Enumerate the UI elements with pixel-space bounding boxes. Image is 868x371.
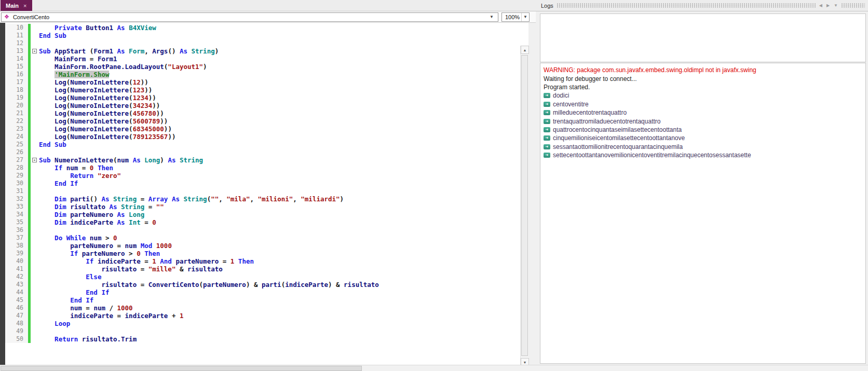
panel-splitter[interactable] xyxy=(528,23,538,365)
code-text: Sub NumeroInLettere(num As Long) As Stri… xyxy=(39,156,520,164)
code-line[interactable]: 19 Log(NumeroInLettere(1234)) xyxy=(5,94,520,102)
code-editor[interactable]: 10 Private Button1 As B4XView11End Sub12… xyxy=(0,23,528,365)
change-indicator xyxy=(28,257,31,265)
code-line[interactable]: 32 Dim parti() As String = Array As Stri… xyxy=(5,195,520,203)
code-line[interactable]: 11End Sub xyxy=(5,32,520,39)
scrollbar-thumb[interactable] xyxy=(521,55,528,356)
code-line[interactable]: 38 parteNumero = num Mod 1000 xyxy=(5,242,520,250)
change-indicator xyxy=(28,172,31,180)
minus-box-icon[interactable]: - xyxy=(32,158,37,162)
fold-gutter xyxy=(31,102,39,109)
code-line[interactable]: 22 Log(NumeroInLettere(5600789)) xyxy=(5,117,520,125)
code-line[interactable]: 49 xyxy=(5,327,520,335)
log-entry-icon: ➜ xyxy=(544,119,550,124)
zoom-combobox[interactable]: 100% ▼ xyxy=(501,12,530,22)
code-text: End If xyxy=(39,296,520,304)
code-line[interactable]: 45 End If xyxy=(5,296,520,304)
log-entry: WARNING: package com.sun.javafx.embed.sw… xyxy=(544,66,862,74)
chevron-down-icon[interactable]: ▼ xyxy=(488,15,495,19)
code-line[interactable]: 33 Dim risultato As String = "" xyxy=(5,203,520,211)
close-icon[interactable]: × xyxy=(23,3,26,9)
tab-main[interactable]: Main × xyxy=(1,0,32,11)
code-line[interactable]: 50 Return risultato.Trim xyxy=(5,335,520,343)
chevron-down-icon[interactable]: ▼ xyxy=(521,13,529,21)
line-number: 17 xyxy=(5,78,28,86)
code-line[interactable]: 10 Private Button1 As B4XView xyxy=(5,24,520,32)
fold-gutter xyxy=(31,312,39,320)
code-line[interactable]: 21 Log(NumeroInLettere(456780)) xyxy=(5,109,520,117)
fold-collapse-icon[interactable]: - xyxy=(31,47,39,55)
code-line[interactable]: 14 MainForm = Form1 xyxy=(5,55,520,63)
code-line[interactable]: 42 Else xyxy=(5,273,520,281)
code-line[interactable]: 20 Log(NumeroInLettere(34234)) xyxy=(5,102,520,109)
change-indicator xyxy=(28,211,31,218)
log-output[interactable]: WARNING: package com.sun.javafx.embed.sw… xyxy=(540,63,866,364)
log-entry: Program started. xyxy=(544,83,862,91)
code-line[interactable]: 25End Sub xyxy=(5,141,520,148)
code-line[interactable]: 48 Loop xyxy=(5,320,520,327)
change-indicator xyxy=(28,55,31,63)
code-line[interactable]: 44 End If xyxy=(5,288,520,296)
fold-gutter xyxy=(31,63,39,71)
code-line[interactable]: 34 Dim parteNumero As Long xyxy=(5,211,520,218)
line-number: 32 xyxy=(5,195,28,203)
code-line[interactable]: 26 xyxy=(5,148,520,156)
fold-collapse-icon[interactable]: - xyxy=(31,156,39,164)
code-line[interactable]: 47 indiceParte = indiceParte + 1 xyxy=(5,312,520,320)
change-indicator xyxy=(28,250,31,257)
chevron-down-icon[interactable]: ▼ xyxy=(834,3,838,8)
minus-box-icon[interactable]: - xyxy=(32,49,37,53)
code-line[interactable]: 29 Return "zero" xyxy=(5,172,520,180)
fold-gutter xyxy=(31,327,39,335)
line-number: 43 xyxy=(5,281,28,288)
scrollbar-thumb[interactable] xyxy=(1,366,362,371)
nav-prev-icon[interactable]: ◀ xyxy=(819,3,822,8)
log-entry-icon: ➜ xyxy=(544,144,550,149)
code-line[interactable]: 43 risultato = ConvertiCento(parteNumero… xyxy=(5,281,520,288)
code-line[interactable]: 39 If parteNumero > 0 Then xyxy=(5,250,520,257)
code-line[interactable]: 31 xyxy=(5,187,520,195)
code-line[interactable]: 18 Log(NumeroInLettere(123)) xyxy=(5,86,520,94)
code-line[interactable]: 24 Log(NumeroInLettere(789123567)) xyxy=(5,133,520,141)
change-indicator xyxy=(28,109,31,117)
line-number: 25 xyxy=(5,141,28,148)
code-line[interactable]: 37 Do While num > 0 xyxy=(5,234,520,242)
code-line[interactable]: 36 xyxy=(5,226,520,234)
code-lines: 10 Private Button1 As B4XView11End Sub12… xyxy=(5,24,520,343)
code-line[interactable]: 16 'MainForm.Show xyxy=(5,71,520,78)
nav-next-icon[interactable]: ▶ xyxy=(826,3,830,8)
sub-selector-combobox[interactable]: ❖ ConvertiCento ▼ xyxy=(1,12,498,22)
code-line[interactable]: 28 If num = 0 Then xyxy=(5,164,520,172)
change-indicator xyxy=(28,187,31,195)
log-entry: ➜centoventitre xyxy=(544,100,862,108)
fold-gutter xyxy=(31,109,39,117)
code-text: Dim parti() As String = Array As String(… xyxy=(39,195,520,203)
code-text: Else xyxy=(39,273,520,281)
code-text: MainForm.RootPane.LoadLayout("Layout1") xyxy=(39,63,520,71)
code-line[interactable]: 35 Dim indiceParte As Int = 0 xyxy=(5,218,520,226)
code-text: Private Button1 As B4XView xyxy=(39,24,520,32)
code-line[interactable]: 13-Sub AppStart (Form1 As Form, Args() A… xyxy=(5,47,520,55)
code-line[interactable]: 12 xyxy=(5,39,520,47)
code-text: Dim indiceParte As Int = 0 xyxy=(39,218,520,226)
code-line[interactable]: 41 risultato = "mille" & risultato xyxy=(5,265,520,273)
code-line[interactable]: 27-Sub NumeroInLettere(num As Long) As S… xyxy=(5,156,520,164)
line-number: 48 xyxy=(5,320,28,327)
code-line[interactable]: 40 If indiceParte = 1 And parteNumero = … xyxy=(5,257,520,265)
change-indicator xyxy=(28,117,31,125)
vertical-scrollbar[interactable]: ▲ ▼ xyxy=(520,46,528,366)
code-line[interactable]: 17 Log(NumeroInLettere(12)) xyxy=(5,78,520,86)
horizontal-scrollbar[interactable] xyxy=(0,365,868,371)
code-text: risultato = ConvertiCento(parteNumero) &… xyxy=(39,281,520,288)
code-text: Dim risultato As String = "" xyxy=(39,203,520,211)
fold-gutter xyxy=(31,281,39,288)
code-text xyxy=(39,39,520,47)
scroll-up-icon[interactable]: ▲ xyxy=(521,46,529,54)
log-entry-icon: ➜ xyxy=(544,93,550,98)
fold-gutter xyxy=(31,265,39,273)
code-line[interactable]: 30 End If xyxy=(5,180,520,187)
code-line[interactable]: 15 MainForm.RootPane.LoadLayout("Layout1… xyxy=(5,63,520,71)
code-line[interactable]: 46 num = num / 1000 xyxy=(5,304,520,312)
log-entry: ➜milleduecentotrentaquattro xyxy=(544,108,862,117)
code-line[interactable]: 23 Log(NumeroInLettere(68345000)) xyxy=(5,125,520,133)
